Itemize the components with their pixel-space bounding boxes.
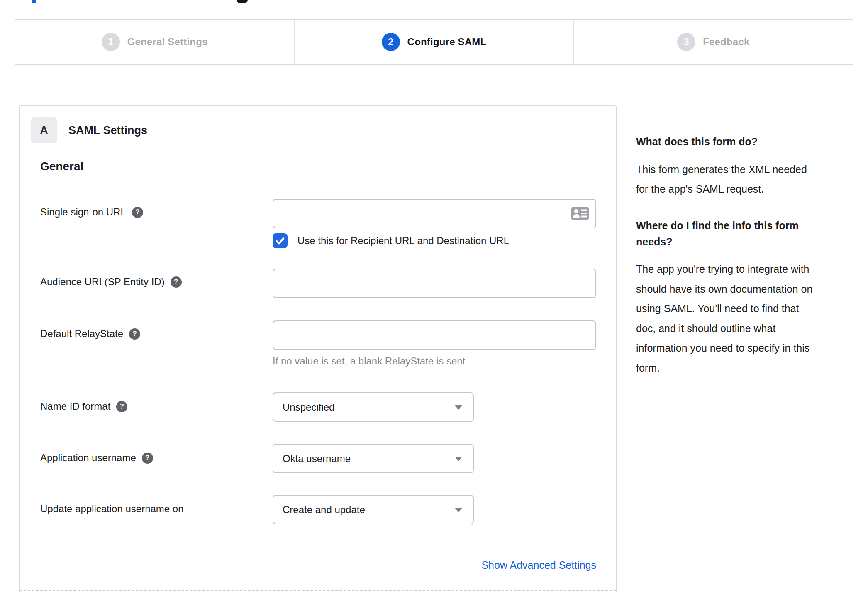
- step-number-badge: 1: [102, 33, 120, 51]
- update-username-label: Update application username on: [40, 503, 184, 515]
- step-feedback: 3 Feedback: [573, 20, 853, 64]
- help-question-2-body: The app you're trying to integrate with …: [636, 259, 850, 378]
- relay-state-field-wrap: [273, 320, 596, 350]
- step-label: Configure SAML: [407, 36, 487, 48]
- relay-state-label-row: Default RelayState ?: [40, 328, 140, 340]
- step-label: Feedback: [703, 36, 749, 48]
- audience-uri-label-row: Audience URI (SP Entity ID) ?: [40, 276, 182, 288]
- cutoff-black-icon: [237, 0, 248, 3]
- contact-card-icon[interactable]: [571, 207, 589, 220]
- dropdown-caret-icon: [455, 405, 462, 410]
- help-question-1-title: What does this form do?: [636, 134, 850, 150]
- dropdown-caret-icon: [455, 457, 462, 461]
- help-icon[interactable]: ?: [171, 276, 182, 288]
- recipient-url-checkbox[interactable]: [273, 233, 288, 248]
- sso-url-label-row: Single sign-on URL ?: [40, 206, 143, 218]
- app-username-select[interactable]: Okta username: [273, 444, 474, 473]
- app-username-label: Application username: [40, 452, 136, 464]
- sso-url-input[interactable]: [273, 199, 596, 228]
- app-username-value: Okta username: [283, 453, 351, 465]
- step-number-badge: 2: [382, 33, 400, 51]
- name-id-format-select[interactable]: Unspecified: [273, 392, 474, 422]
- step-general-settings: 1 General Settings: [15, 20, 294, 64]
- recipient-url-checkbox-row: Use this for Recipient URL and Destinati…: [273, 233, 509, 248]
- help-icon[interactable]: ?: [142, 453, 153, 464]
- relay-state-label: Default RelayState: [40, 328, 123, 340]
- relay-state-hint: If no value is set, a blank RelayState i…: [273, 355, 465, 367]
- cutoff-blue-mark: [32, 0, 36, 3]
- update-username-select[interactable]: Create and update: [273, 495, 474, 524]
- section-a-badge: A: [31, 117, 57, 143]
- name-id-format-value: Unspecified: [283, 401, 334, 413]
- wizard-stepper: 1 General Settings 2 Configure SAML 3 Fe…: [15, 19, 853, 65]
- step-number-badge: 3: [677, 33, 695, 51]
- panel-dashed-divider: [20, 590, 616, 591]
- show-advanced-settings-link[interactable]: Show Advanced Settings: [273, 559, 596, 571]
- step-configure-saml: 2 Configure SAML: [294, 20, 573, 64]
- panel-title: SAML Settings: [68, 124, 147, 137]
- dropdown-caret-icon: [455, 508, 462, 512]
- help-icon[interactable]: ?: [132, 207, 143, 218]
- name-id-format-label: Name ID format: [40, 401, 110, 412]
- help-question-2-title: Where do I find the info this form needs…: [636, 218, 850, 250]
- help-icon[interactable]: ?: [116, 401, 127, 412]
- help-question-1-body: This form generates the XML needed for t…: [636, 160, 850, 199]
- sso-url-label: Single sign-on URL: [40, 206, 126, 218]
- update-username-label-row: Update application username on: [40, 503, 184, 515]
- checkmark-icon: [275, 236, 285, 246]
- sso-url-field-wrap: [273, 199, 596, 228]
- audience-uri-field-wrap: [273, 269, 596, 298]
- help-icon[interactable]: ?: [129, 328, 140, 340]
- recipient-url-checkbox-label: Use this for Recipient URL and Destinati…: [297, 235, 509, 247]
- relay-state-input[interactable]: [273, 320, 596, 350]
- step-label: General Settings: [127, 36, 208, 48]
- update-username-value: Create and update: [283, 504, 365, 516]
- name-id-format-label-row: Name ID format ?: [40, 401, 127, 412]
- audience-uri-input[interactable]: [273, 269, 596, 298]
- help-sidebar: What does this form do? This form genera…: [636, 134, 850, 396]
- general-section-heading: General: [40, 160, 83, 173]
- saml-settings-panel: A SAML Settings General Single sign-on U…: [19, 105, 617, 592]
- app-username-label-row: Application username ?: [40, 452, 153, 464]
- audience-uri-label: Audience URI (SP Entity ID): [40, 276, 165, 288]
